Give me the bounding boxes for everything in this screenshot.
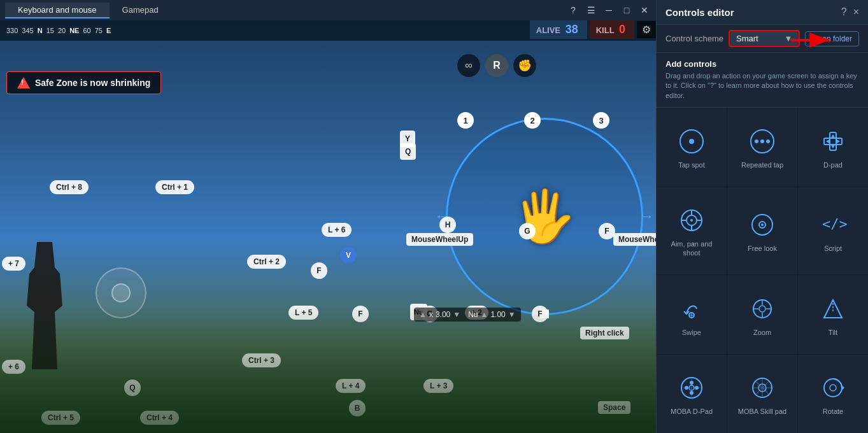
control-item-repeated-tap[interactable]: Repeated tap (727, 108, 797, 186)
control-item-aim[interactable]: Aim, pan and shoot (657, 187, 727, 275)
kill-count: 0 (616, 23, 628, 36)
svg-point-7 (766, 139, 770, 143)
hud-gear-icon[interactable]: ⚙ (637, 21, 656, 38)
compass-345: 345 (22, 27, 33, 34)
game-area: Keyboard and mouse Gamepad ? ☰ ─ □ ✕ 330… (0, 0, 656, 433)
panel-header: Controls editor ? × (657, 0, 868, 25)
hud-topright: ALIVE 38 KILL 0 ⚙ (530, 20, 656, 39)
compass-E: E (106, 27, 111, 34)
tilt-label: Tilt (829, 328, 837, 337)
free-look-icon (748, 211, 776, 239)
swipe-label: Swipe (682, 328, 701, 337)
tab-gamepad[interactable]: Gamepad (110, 3, 171, 18)
key-l6[interactable]: L + 6 (322, 223, 352, 237)
menu-icon[interactable]: ☰ (585, 4, 597, 17)
control-item-rotate[interactable]: Rotate (798, 355, 868, 433)
svg-point-47 (830, 385, 836, 391)
svg-marker-34 (824, 300, 842, 318)
letter-v-badge[interactable]: V (340, 247, 357, 264)
safe-zone-banner: Safe Zone is now shrinking (6, 71, 161, 94)
dpad-icon (819, 127, 847, 155)
svg-point-23 (761, 224, 764, 226)
svg-marker-10 (831, 134, 835, 138)
control-item-moba-skill[interactable]: MOBA Skill pad (727, 355, 797, 433)
control-scheme-container: Control scheme Smart ▼ Open folder (657, 25, 868, 53)
key-ctrl8[interactable]: Ctrl + 8 (50, 180, 89, 194)
control-item-zoom[interactable]: Zoom (727, 275, 797, 353)
tab-container: Keyboard and mouse Gamepad (5, 3, 171, 18)
control-item-free-look[interactable]: Free look (727, 187, 797, 275)
compass-330: 330 (6, 27, 18, 34)
scheme-dropdown[interactable]: Smart ▼ (729, 30, 800, 47)
circle-num-3: 3 (593, 112, 609, 129)
svg-marker-12 (826, 139, 829, 143)
ground-overlay (0, 306, 656, 433)
script-label: Script (824, 244, 842, 253)
compass-N: N (38, 27, 43, 34)
control-scheme-row: Control scheme Smart ▼ Open folder (657, 25, 868, 53)
tap-spot-icon (678, 127, 706, 155)
tap-spot-label: Tap spot (678, 160, 705, 169)
maximize-icon[interactable]: □ (620, 4, 633, 17)
letter-f-l6[interactable]: F (311, 262, 327, 279)
control-item-script[interactable]: </> Script (798, 187, 868, 275)
letter-g-badge[interactable]: G (519, 223, 536, 239)
svg-point-16 (690, 219, 693, 222)
swipe-icon (678, 295, 706, 323)
svg-marker-11 (831, 145, 835, 148)
panel-help-icon[interactable]: ? (841, 6, 847, 18)
moba-dpad-icon (678, 374, 706, 402)
infinity-icon[interactable]: ∞ (457, 54, 480, 77)
repeated-tap-icon (748, 127, 776, 155)
moba-skill-label: MOBA Skill pad (738, 407, 786, 416)
compass-75: 75 (95, 27, 103, 34)
compass-20: 20 (58, 27, 66, 34)
compass-NE: NE (69, 27, 79, 34)
control-item-tilt[interactable]: Tilt (798, 275, 868, 353)
aim-label: Aim, pan and shoot (662, 239, 721, 258)
zoom-icon (748, 295, 776, 323)
key-ctrl2[interactable]: Ctrl + 2 (247, 255, 286, 269)
aim-icon (678, 206, 706, 234)
panel-close-icon[interactable]: × (853, 6, 859, 18)
panel-header-icons: ? × (841, 6, 859, 18)
control-item-swipe[interactable]: Swipe (657, 275, 727, 353)
scheme-value-text: Smart (736, 34, 758, 43)
svg-marker-13 (837, 139, 840, 143)
controls-grid: Tap spot Repeated tap (657, 108, 868, 433)
safe-zone-text: Safe Zone is now shrinking (35, 78, 150, 88)
rotate-icon (819, 374, 847, 402)
control-item-moba-dpad[interactable]: MOBA D-Pad (657, 355, 727, 433)
skill-r-icon[interactable]: R (485, 54, 508, 77)
mousewheel-up-label: MouseWheelUp (406, 233, 473, 246)
compass-60: 60 (83, 27, 90, 34)
help-icon[interactable]: ? (567, 4, 580, 17)
letter-h-badge[interactable]: H (439, 216, 456, 233)
svg-point-29 (759, 306, 765, 312)
hud-kill: KILL 0 (590, 20, 634, 39)
key-7[interactable]: + 7 (2, 257, 25, 271)
add-controls-title: Add controls (665, 59, 859, 69)
compass-15: 15 (46, 27, 54, 34)
tilt-icon (819, 295, 847, 323)
fist-icon[interactable]: ✊ (513, 54, 536, 77)
scheme-chevron-icon: ▼ (784, 34, 792, 43)
minimize-icon[interactable]: ─ (602, 4, 615, 17)
hud-alive: ALIVE 38 (530, 20, 587, 39)
letter-q-badge[interactable]: Q (400, 143, 416, 160)
scheme-label: Control scheme (665, 34, 723, 43)
close-game-icon[interactable]: ✕ (638, 4, 651, 17)
control-item-dpad[interactable]: D-pad (798, 108, 868, 186)
tab-keyboard[interactable]: Keyboard and mouse (5, 3, 110, 18)
circle-overlay[interactable]: ← → 1 2 3 🖐 (446, 118, 643, 315)
svg-marker-48 (842, 385, 844, 390)
circle-num-1: 1 (457, 112, 474, 129)
key-ctrl1[interactable]: Ctrl + 1 (155, 180, 194, 194)
open-folder-button[interactable]: Open folder (805, 31, 859, 46)
repeated-tap-label: Repeated tap (741, 160, 783, 169)
control-item-tap-spot[interactable]: Tap spot (657, 108, 727, 186)
svg-point-3 (689, 139, 694, 144)
svg-text:</>: </> (822, 216, 847, 232)
add-controls-desc: Drag and drop an action on your game scr… (665, 71, 859, 101)
svg-point-5 (760, 139, 764, 143)
